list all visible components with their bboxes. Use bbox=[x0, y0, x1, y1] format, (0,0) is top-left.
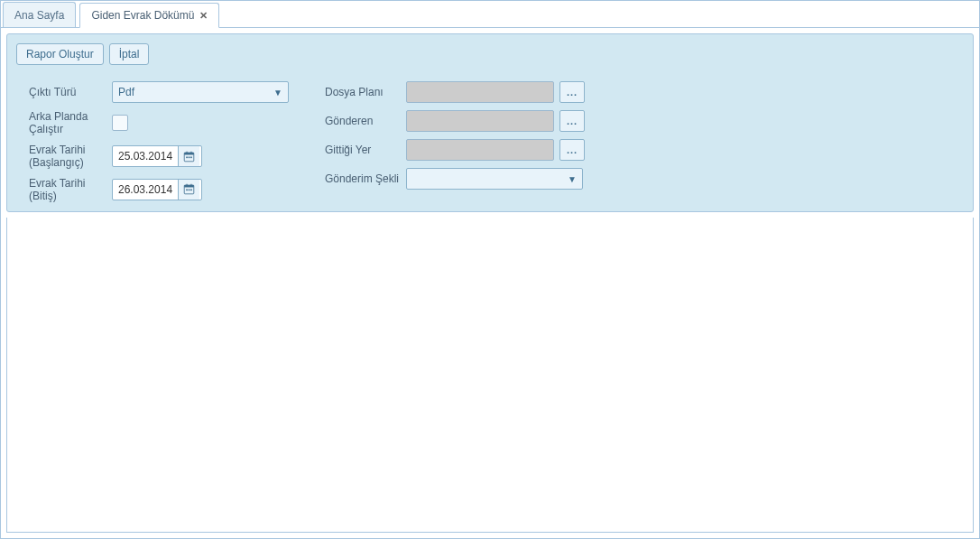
cancel-button[interactable]: İptal bbox=[109, 43, 150, 65]
row-output-type: Çıktı Türü Pdf ▼ bbox=[29, 81, 289, 103]
output-type-label: Çıktı Türü bbox=[29, 86, 112, 98]
form-col-right: Dosya Planı ... Gönderen ... Gittiği Yer bbox=[325, 81, 585, 202]
svg-rect-1 bbox=[184, 153, 194, 154]
output-type-dropdown[interactable]: Pdf ▼ bbox=[112, 81, 289, 103]
svg-rect-11 bbox=[186, 190, 188, 191]
row-date-end: Evrak Tarihi (Bitiş) bbox=[29, 177, 289, 203]
row-destination: Gittiği Yer ... bbox=[325, 139, 585, 161]
calendar-icon bbox=[183, 151, 195, 163]
chevron-down-icon: ▼ bbox=[273, 88, 282, 98]
bg-run-label: Arka Planda Çalıştır bbox=[29, 110, 112, 136]
svg-rect-13 bbox=[190, 190, 192, 191]
date-end-input-wrap bbox=[112, 179, 202, 200]
destination-lookup-button[interactable]: ... bbox=[559, 139, 585, 161]
file-plan-group: ... bbox=[406, 81, 585, 103]
row-send-method: Gönderim Şekli ▼ bbox=[325, 168, 585, 190]
file-plan-lookup-button[interactable]: ... bbox=[559, 81, 585, 103]
tab-outgoing-docs-label: Giden Evrak Dökümü bbox=[91, 9, 194, 22]
svg-rect-4 bbox=[186, 156, 188, 158]
file-plan-input bbox=[406, 81, 554, 103]
tab-bar: Ana Sayfa Giden Evrak Dökümü ✕ bbox=[1, 1, 979, 28]
toolbar: Rapor Oluştur İptal bbox=[16, 43, 964, 65]
form-grid: Çıktı Türü Pdf ▼ Arka Planda Çalıştır Ev… bbox=[16, 81, 964, 202]
sender-label: Gönderen bbox=[325, 115, 406, 127]
send-method-label: Gönderim Şekli bbox=[325, 172, 406, 185]
date-end-input[interactable] bbox=[113, 183, 178, 196]
date-start-input-wrap bbox=[112, 145, 202, 167]
row-date-start: Evrak Tarihi (Başlangıç) bbox=[29, 144, 289, 170]
tab-home-label: Ana Sayfa bbox=[14, 9, 64, 22]
create-report-button[interactable]: Rapor Oluştur bbox=[16, 43, 104, 65]
sender-group: ... bbox=[406, 110, 585, 132]
sender-input bbox=[406, 110, 554, 132]
form-col-left: Çıktı Türü Pdf ▼ Arka Planda Çalıştır Ev… bbox=[29, 81, 289, 202]
destination-label: Gittiği Yer bbox=[325, 144, 406, 156]
send-method-dropdown[interactable]: ▼ bbox=[406, 168, 583, 190]
svg-rect-6 bbox=[190, 156, 192, 158]
date-start-calendar-button[interactable] bbox=[178, 146, 199, 166]
file-plan-label: Dosya Planı bbox=[325, 86, 406, 98]
row-bg-run: Arka Planda Çalıştır bbox=[29, 110, 289, 136]
svg-rect-12 bbox=[189, 190, 190, 191]
form-panel: Rapor Oluştur İptal Çıktı Türü Pdf ▼ Ark… bbox=[6, 33, 974, 212]
chevron-down-icon: ▼ bbox=[568, 174, 577, 184]
destination-group: ... bbox=[406, 139, 585, 161]
app-window: Ana Sayfa Giden Evrak Dökümü ✕ Rapor Olu… bbox=[0, 0, 980, 539]
date-start-label: Evrak Tarihi (Başlangıç) bbox=[29, 144, 112, 170]
svg-rect-5 bbox=[189, 156, 190, 158]
svg-rect-8 bbox=[184, 185, 194, 187]
output-type-value: Pdf bbox=[118, 86, 134, 98]
close-icon[interactable]: ✕ bbox=[199, 10, 208, 22]
date-end-calendar-button[interactable] bbox=[178, 180, 199, 200]
tab-home[interactable]: Ana Sayfa bbox=[3, 2, 76, 27]
date-start-input[interactable] bbox=[113, 150, 178, 163]
row-file-plan: Dosya Planı ... bbox=[325, 81, 585, 103]
calendar-icon bbox=[183, 183, 195, 195]
bg-run-checkbox[interactable] bbox=[112, 115, 128, 131]
date-end-label: Evrak Tarihi (Bitiş) bbox=[29, 177, 112, 203]
sender-lookup-button[interactable]: ... bbox=[559, 110, 585, 132]
destination-input bbox=[406, 139, 554, 161]
content-area bbox=[6, 218, 974, 533]
row-sender: Gönderen ... bbox=[325, 110, 585, 132]
tab-outgoing-docs[interactable]: Giden Evrak Dökümü ✕ bbox=[79, 3, 219, 28]
